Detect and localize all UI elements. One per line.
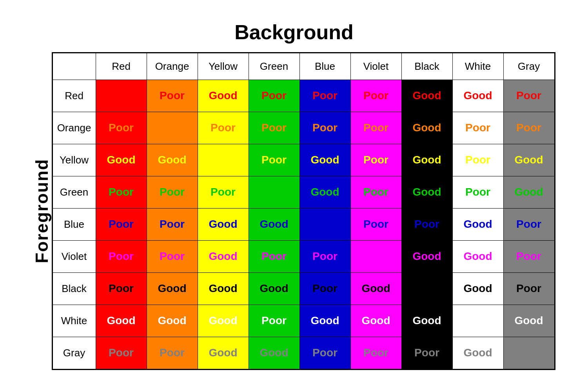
cell-orange-yellow: Poor — [198, 112, 249, 144]
cell-gray-gray — [503, 337, 554, 369]
row-label-violet: Violet — [53, 240, 96, 272]
cell-blue-black: Poor — [401, 208, 452, 240]
table-row: RedPoorGoodPoorPoorPoorGoodGoodPoor — [53, 80, 554, 112]
row-label-black: Black — [53, 272, 96, 305]
col-header-violet: Violet — [350, 53, 401, 80]
cell-gray-orange: Poor — [147, 337, 198, 369]
row-label-yellow: Yellow — [53, 144, 96, 176]
cell-blue-white: Good — [452, 208, 503, 240]
cell-violet-red: Poor — [96, 240, 147, 272]
cell-blue-violet: Poor — [350, 208, 401, 240]
cell-violet-yellow: Good — [198, 240, 249, 272]
cell-violet-orange: Poor — [147, 240, 198, 272]
cell-orange-gray: Poor — [503, 112, 554, 144]
cell-yellow-white: Poor — [452, 144, 503, 176]
cell-green-white: Poor — [452, 176, 503, 208]
cell-gray-violet: Poor — [350, 337, 401, 369]
cell-yellow-blue: Good — [299, 144, 350, 176]
cell-yellow-red: Good — [96, 144, 147, 176]
cell-gray-black: Poor — [401, 337, 452, 369]
cell-yellow-green: Poor — [249, 144, 299, 176]
cell-green-yellow: Poor — [198, 176, 249, 208]
outer-table-wrapper: Foreground RedOrangeYellowGreenBlueViole… — [33, 50, 555, 372]
cell-red-violet: Poor — [350, 80, 401, 112]
cell-white-green: Poor — [249, 305, 299, 337]
table-row: OrangePoorPoorPoorPoorPoorGoodPoorPoor — [53, 112, 554, 144]
cell-black-gray: Poor — [503, 272, 554, 305]
cell-black-blue: Poor — [299, 272, 350, 305]
cell-orange-orange — [147, 112, 198, 144]
cell-red-black: Good — [401, 80, 452, 112]
row-label-gray: Gray — [53, 337, 96, 369]
cell-orange-black: Good — [401, 112, 452, 144]
table-row: WhiteGoodGoodGoodPoorGoodGoodGoodGood — [53, 305, 554, 337]
foreground-label: Foreground — [33, 159, 52, 263]
col-header-green: Green — [249, 53, 299, 80]
column-header-row: RedOrangeYellowGreenBlueVioletBlackWhite… — [53, 53, 554, 80]
cell-green-orange: Poor — [147, 176, 198, 208]
row-label-green: Green — [53, 176, 96, 208]
row-label-white: White — [53, 305, 96, 337]
cell-violet-black: Good — [401, 240, 452, 272]
cell-blue-gray: Poor — [503, 208, 554, 240]
cell-black-red: Poor — [96, 272, 147, 305]
cell-green-green — [249, 176, 299, 208]
cell-black-black — [401, 272, 452, 305]
cell-white-blue: Good — [299, 305, 350, 337]
main-title: Background — [234, 20, 353, 44]
table-row: GrayPoorPoorGoodGoodPoorPoorPoorGood — [53, 337, 554, 369]
row-label-red: Red — [53, 80, 96, 112]
cell-gray-white: Good — [452, 337, 503, 369]
table-row: BluePoorPoorGoodGoodPoorPoorGoodPoor — [53, 208, 554, 240]
cell-white-orange: Good — [147, 305, 198, 337]
col-header-gray: Gray — [503, 53, 554, 80]
cell-yellow-black: Good — [401, 144, 452, 176]
cell-yellow-yellow — [198, 144, 249, 176]
cell-black-violet: Good — [350, 272, 401, 305]
col-header-white: White — [452, 53, 503, 80]
vertical-label-container: Foreground — [33, 50, 52, 372]
cell-red-gray: Poor — [503, 80, 554, 112]
cell-gray-yellow: Good — [198, 337, 249, 369]
table-row: YellowGoodGoodPoorGoodPoorGoodPoorGood — [53, 144, 554, 176]
cell-black-white: Good — [452, 272, 503, 305]
cell-red-red — [96, 80, 147, 112]
cell-gray-red: Poor — [96, 337, 147, 369]
cell-blue-red: Poor — [96, 208, 147, 240]
row-label-blue: Blue — [53, 208, 96, 240]
cell-yellow-gray: Good — [503, 144, 554, 176]
cell-white-gray: Good — [503, 305, 554, 337]
cell-red-orange: Poor — [147, 80, 198, 112]
cell-orange-violet: Poor — [350, 112, 401, 144]
cell-violet-gray: Poor — [503, 240, 554, 272]
table-row: GreenPoorPoorPoorGoodPoorGoodPoorGood — [53, 176, 554, 208]
col-header-orange: Orange — [147, 53, 198, 80]
cell-violet-white: Good — [452, 240, 503, 272]
cell-orange-blue: Poor — [299, 112, 350, 144]
row-label-orange: Orange — [53, 112, 96, 144]
col-header-blue: Blue — [299, 53, 350, 80]
cell-green-violet: Poor — [350, 176, 401, 208]
col-header-yellow: Yellow — [198, 53, 249, 80]
cell-white-violet: Good — [350, 305, 401, 337]
table-container: RedOrangeYellowGreenBlueVioletBlackWhite… — [52, 52, 555, 370]
col-header-black: Black — [401, 53, 452, 80]
cell-orange-green: Poor — [249, 112, 299, 144]
page-container: Background Foreground RedOrangeYellowGre… — [20, 20, 568, 372]
cell-white-yellow: Good — [198, 305, 249, 337]
cell-black-yellow: Good — [198, 272, 249, 305]
cell-white-black: Good — [401, 305, 452, 337]
cell-blue-orange: Poor — [147, 208, 198, 240]
table-row: VioletPoorPoorGoodPoorPoorGoodGoodPoor — [53, 240, 554, 272]
col-header-red: Red — [96, 53, 147, 80]
cell-black-orange: Good — [147, 272, 198, 305]
contrast-table: RedOrangeYellowGreenBlueVioletBlackWhite… — [53, 53, 555, 369]
cell-red-white: Good — [452, 80, 503, 112]
cell-violet-blue: Poor — [299, 240, 350, 272]
cell-red-yellow: Good — [198, 80, 249, 112]
table-row: BlackPoorGoodGoodGoodPoorGoodGoodPoor — [53, 272, 554, 305]
cell-blue-green: Good — [249, 208, 299, 240]
cell-black-green: Good — [249, 272, 299, 305]
cell-blue-blue — [299, 208, 350, 240]
cell-violet-violet — [350, 240, 401, 272]
